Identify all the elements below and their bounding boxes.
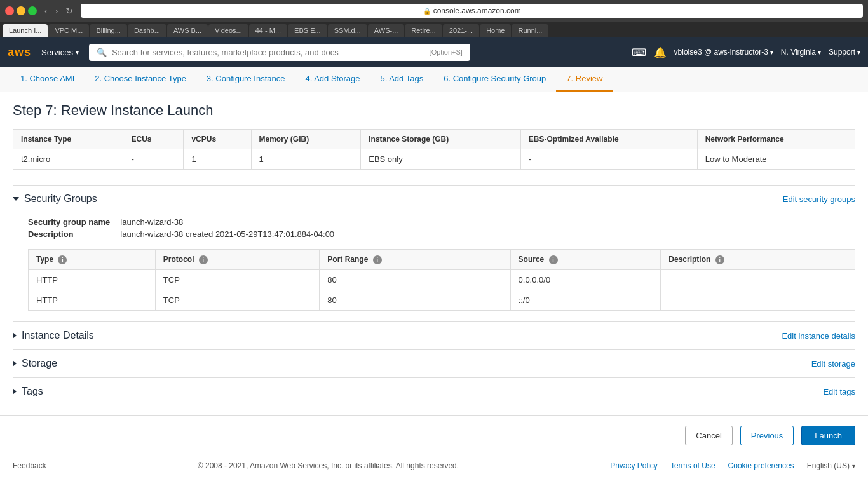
region-menu[interactable]: N. Virginia ▾ [781,48,821,57]
refresh-button[interactable]: ↻ [63,4,76,17]
page-title: Step 7: Review Instance Launch [13,102,855,119]
rule2-source: ::/0 [510,290,661,311]
rule1-port: 80 [320,270,510,290]
rules-col-port: Port Range i [320,250,510,270]
previous-button[interactable]: Previous [740,426,794,445]
desc-info-icon[interactable]: i [715,255,724,264]
instance-table: Instance Type ECUs vCPUs Memory (GiB) In… [13,129,855,170]
wizard-step-7[interactable]: 7. Review [556,67,613,92]
address-bar[interactable]: 🔒 console.aws.amazon.com [81,4,863,18]
services-menu-button[interactable]: Services ▾ [41,48,79,57]
browser-nav-arrows: ‹ › ↻ [42,4,76,17]
port-info-icon[interactable]: i [373,255,382,264]
minimize-window-button[interactable] [17,6,25,15]
wizard-step-5[interactable]: 5. Add Tags [370,67,433,92]
terms-link[interactable]: Terms of Use [670,461,715,470]
privacy-policy-link[interactable]: Privacy Policy [610,461,658,470]
cell-ecus: - [123,149,184,170]
sg-info: Security group name launch-wizard-38 Des… [28,217,855,239]
rules-col-protocol: Protocol i [155,250,319,270]
instance-details-title: Instance Details [13,330,94,341]
tab-2021[interactable]: 2021-... [443,24,479,37]
cancel-button[interactable]: Cancel [685,426,732,445]
rule-row-2: HTTP TCP 80 ::/0 [29,290,855,311]
terminal-icon[interactable]: ⌨ [632,46,646,58]
close-window-button[interactable] [5,6,14,15]
forward-button[interactable]: › [53,4,61,17]
support-caret-icon: ▾ [857,49,860,56]
cookie-preferences-link[interactable]: Cookie preferences [728,461,794,470]
sg-desc-label: Description [28,229,110,239]
tab-dashb[interactable]: Dashb... [128,24,166,37]
wizard-step-6[interactable]: 6. Configure Security Group [433,67,556,92]
storage-title: Storage [13,358,57,369]
window-controls [5,6,37,15]
browser-tabs: Launch I... VPC M... Billing... Dashb...… [0,22,868,37]
rules-col-type: Type i [29,250,156,270]
col-storage: Instance Storage (GB) [361,130,521,149]
launch-button[interactable]: Launch [801,426,855,445]
tab-vpc[interactable]: VPC M... [48,24,89,37]
rule-row-1: HTTP TCP 80 0.0.0.0/0 [29,270,855,290]
edit-tags-link[interactable]: Edit tags [823,387,855,396]
user-label: vbloise3 @ aws-instructor-3 [674,48,768,57]
col-ebs: EBS-Optimized Available [520,130,697,149]
tab-videos[interactable]: Videos... [208,24,248,37]
tab-ssm[interactable]: SSM.d... [328,24,367,37]
edit-storage-link[interactable]: Edit storage [811,359,855,369]
tab-44m[interactable]: 44 - M... [249,24,287,37]
col-vcpus: vCPUs [184,130,251,149]
cell-storage: EBS only [361,149,521,170]
col-network: Network Performance [697,130,855,149]
edit-instance-details-link[interactable]: Edit instance details [782,331,855,341]
tab-retire[interactable]: Retire... [405,24,442,37]
tab-runni[interactable]: Runni... [512,24,548,37]
wizard-step-3[interactable]: 3. Configure Instance [196,67,295,92]
tags-header[interactable]: Tags Edit tags [13,377,855,405]
instance-details-header[interactable]: Instance Details Edit instance details [13,322,855,349]
sg-desc-value: launch-wizard-38 created 2021-05-29T13:4… [120,229,855,239]
wizard-step-1[interactable]: 1. Choose AMI [10,67,85,92]
search-bar[interactable]: 🔍 [Option+S] [89,44,470,61]
support-menu[interactable]: Support ▾ [829,48,860,57]
cell-instance-type: t2.micro [13,149,123,170]
footer-feedback[interactable]: Feedback [13,461,46,470]
tab-billing[interactable]: Billing... [90,24,127,37]
maximize-window-button[interactable] [28,6,37,15]
main-content: Step 7: Review Instance Launch Instance … [0,92,868,415]
type-info-icon[interactable]: i [58,255,67,264]
storage-header[interactable]: Storage Edit storage [13,349,855,377]
tab-launch[interactable]: Launch I... [3,24,48,37]
lock-icon: 🔒 [423,8,431,15]
footer-links: Privacy Policy Terms of Use Cookie prefe… [610,461,855,470]
bell-icon[interactable]: 🔔 [654,46,667,58]
tab-home[interactable]: Home [480,24,511,37]
rule1-description [661,270,855,290]
language-selector[interactable]: English (US) ▾ [807,461,855,470]
security-groups-section-header[interactable]: Security Groups Edit security groups [13,185,855,212]
instance-row: t2.micro - 1 1 EBS only - Low to Moderat… [13,149,855,170]
back-button[interactable]: ‹ [42,4,50,17]
support-label: Support [829,48,855,57]
language-caret-icon: ▾ [852,463,855,470]
tab-aws2[interactable]: AWS-... [368,24,404,37]
tab-awsb[interactable]: AWS B... [167,24,208,37]
search-input[interactable] [112,48,424,57]
rules-col-source: Source i [510,250,661,270]
protocol-info-icon[interactable]: i [199,255,208,264]
footer-actions: Cancel Previous Launch [0,415,868,456]
wizard-step-4[interactable]: 4. Add Storage [295,67,370,92]
user-menu[interactable]: vbloise3 @ aws-instructor-3 ▾ [674,48,773,57]
source-info-icon[interactable]: i [549,255,558,264]
rule1-protocol: TCP [155,270,319,290]
tab-ebs[interactable]: EBS E... [288,24,327,37]
instance-details-toggle-icon [13,332,17,339]
rules-table: Type i Protocol i Port Range i Source i [28,249,855,311]
edit-security-groups-link[interactable]: Edit security groups [783,194,855,204]
aws-logo: aws [8,46,31,59]
rule2-protocol: TCP [155,290,319,311]
wizard-step-2[interactable]: 2. Choose Instance Type [85,67,196,92]
browser-chrome: ‹ › ↻ 🔒 console.aws.amazon.com [0,0,868,22]
rule1-source: 0.0.0.0/0 [510,270,661,290]
rule2-port: 80 [320,290,510,311]
